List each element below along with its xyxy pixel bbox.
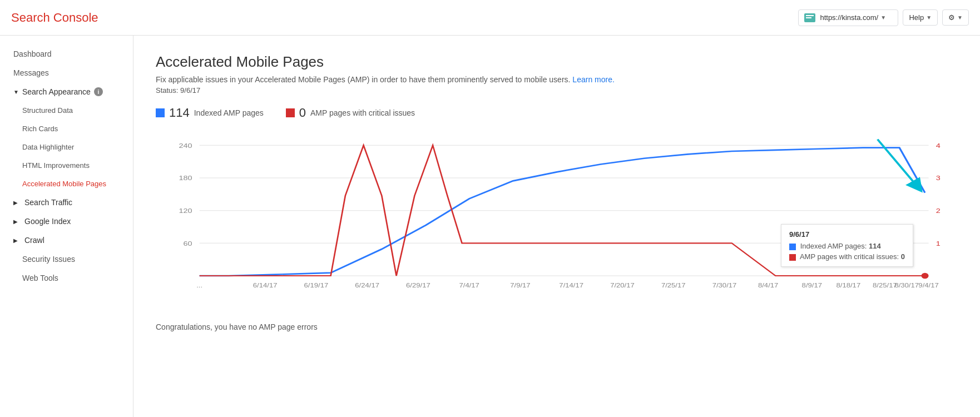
sidebar-item-amp[interactable]: Accelerated Mobile Pages [0, 175, 133, 193]
svg-line-31 [878, 140, 918, 187]
header: Search Console https://kinsta.com/ ▼ Hel… [0, 0, 980, 36]
status-line: Status: 9/6/17 [156, 86, 958, 95]
sidebar: Dashboard Messages ▼ Search Appearance i… [0, 36, 133, 417]
sidebar-item-data-highlighter[interactable]: Data Highlighter [0, 138, 133, 156]
legend-indexed: 114 Indexed AMP pages [156, 106, 264, 120]
site-icon [804, 13, 815, 22]
critical-label: AMP pages with critical issues [310, 108, 415, 117]
indexed-label: Indexed AMP pages [194, 108, 264, 117]
chart-container: 240 180 120 60 4 3 2 1 [156, 133, 958, 311]
svg-text:3: 3 [936, 175, 941, 182]
chart-legend: 114 Indexed AMP pages 0 AMP pages with c… [156, 106, 958, 120]
success-message: Congratulations, you have no AMP page er… [156, 322, 958, 331]
sidebar-item-google-index[interactable]: ▶ Google Index [0, 212, 133, 231]
help-button[interactable]: Help ▼ [903, 9, 938, 26]
header-controls: https://kinsta.com/ ▼ Help ▼ ⚙ ▼ [798, 9, 969, 26]
layout: Dashboard Messages ▼ Search Appearance i… [0, 36, 980, 417]
arrow-icon: ▶ [13, 219, 18, 225]
sidebar-item-search-traffic[interactable]: ▶ Search Traffic [0, 193, 133, 212]
site-dropdown-arrow: ▼ [880, 14, 886, 21]
svg-text:2: 2 [936, 207, 941, 214]
sidebar-item-rich-cards[interactable]: Rich Cards [0, 120, 133, 138]
svg-text:7/25/17: 7/25/17 [661, 282, 686, 289]
svg-text:7/14/17: 7/14/17 [559, 282, 583, 289]
svg-text:120: 120 [179, 207, 192, 214]
critical-count: 0 [299, 106, 306, 120]
arrow-icon: ▶ [13, 237, 18, 244]
tooltip-date: 9/6/17 [789, 230, 905, 239]
sidebar-item-security-issues[interactable]: Security Issues [0, 250, 133, 269]
svg-text:...: ... [196, 282, 202, 289]
tooltip-critical: AMP pages with critical issues: 0 [789, 252, 905, 261]
svg-text:7/9/17: 7/9/17 [510, 282, 531, 289]
page-title: Accelerated Mobile Pages [156, 53, 958, 71]
svg-text:7/4/17: 7/4/17 [459, 282, 479, 289]
svg-text:180: 180 [179, 175, 192, 182]
svg-text:8/4/17: 8/4/17 [758, 282, 779, 289]
app-title: Search Console [11, 11, 98, 25]
settings-dropdown-arrow: ▼ [957, 14, 963, 21]
svg-text:1: 1 [936, 240, 941, 247]
chart-tooltip: 9/6/17 Indexed AMP pages: 114 AMP pages … [781, 224, 913, 267]
main-content: Accelerated Mobile Pages Fix applicable … [133, 36, 980, 417]
help-dropdown-arrow: ▼ [926, 14, 932, 21]
svg-text:7/30/17: 7/30/17 [712, 282, 737, 289]
svg-text:8/30/17: 8/30/17 [894, 282, 919, 289]
svg-text:8/9/17: 8/9/17 [802, 282, 823, 289]
legend-red-box [286, 108, 295, 117]
chart-svg: 240 180 120 60 4 3 2 1 [156, 133, 958, 311]
sidebar-section-search-appearance[interactable]: ▼ Search Appearance i [0, 82, 133, 101]
svg-text:6/24/17: 6/24/17 [355, 282, 379, 289]
sidebar-item-crawl[interactable]: ▶ Crawl [0, 231, 133, 250]
gear-icon: ⚙ [948, 13, 955, 22]
arrow-icon: ▶ [13, 200, 18, 206]
info-icon: i [94, 87, 103, 96]
site-selector[interactable]: https://kinsta.com/ ▼ [798, 9, 898, 26]
indexed-count: 114 [169, 106, 190, 120]
sidebar-item-web-tools[interactable]: Web Tools [0, 269, 133, 287]
svg-text:240: 240 [179, 142, 192, 149]
tooltip-indexed: Indexed AMP pages: 114 [789, 242, 905, 250]
sidebar-item-dashboard[interactable]: Dashboard [0, 44, 133, 63]
sidebar-item-messages[interactable]: Messages [0, 63, 133, 82]
arrow-icon: ▼ [13, 89, 19, 95]
svg-text:4: 4 [936, 142, 941, 149]
svg-text:8/25/17: 8/25/17 [873, 282, 897, 289]
svg-text:6/14/17: 6/14/17 [253, 282, 278, 289]
svg-text:6/19/17: 6/19/17 [304, 282, 329, 289]
svg-text:6/29/17: 6/29/17 [406, 282, 430, 289]
sidebar-item-html-improvements[interactable]: HTML Improvements [0, 156, 133, 175]
help-label: Help [909, 13, 924, 22]
settings-button[interactable]: ⚙ ▼ [942, 9, 969, 26]
svg-point-13 [921, 273, 928, 279]
svg-text:7/20/17: 7/20/17 [610, 282, 635, 289]
page-description: Fix applicable issues in your Accelerate… [156, 75, 958, 84]
svg-text:60: 60 [184, 240, 192, 247]
learn-more-link[interactable]: Learn more. [572, 75, 614, 84]
legend-critical: 0 AMP pages with critical issues [286, 106, 415, 120]
site-url: https://kinsta.com/ [820, 13, 878, 22]
sidebar-item-structured-data[interactable]: Structured Data [0, 101, 133, 120]
svg-text:8/18/17: 8/18/17 [837, 282, 861, 289]
legend-blue-box [156, 108, 165, 117]
svg-text:9/4/17: 9/4/17 [918, 282, 939, 289]
